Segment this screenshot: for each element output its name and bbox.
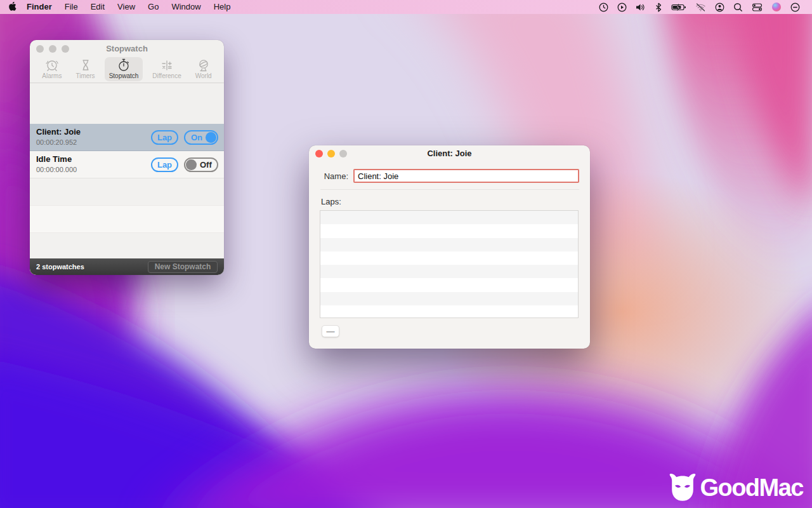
globe-icon <box>197 58 211 72</box>
stopwatch-time: 00:00:00.000 <box>36 165 151 174</box>
desktop: Finder File Edit View Go Window Help <box>0 0 812 508</box>
on-off-toggle[interactable]: On <box>184 130 218 145</box>
alarm-clock-icon <box>45 58 59 72</box>
tab-label: Difference <box>152 72 181 79</box>
lap-row-empty <box>320 211 578 224</box>
empty-row <box>30 178 224 206</box>
stopwatch-row-idle-time[interactable]: Idle Time 00:00:00.000 Lap Off <box>30 151 224 178</box>
menu-bar: Finder File Edit View Go Window Help <box>0 0 812 14</box>
name-label: Name: <box>320 171 348 181</box>
tab-label: World <box>195 72 212 79</box>
goodmac-watermark: GoodMac <box>667 472 803 503</box>
lap-row-empty <box>320 305 578 318</box>
stopwatch-row-client-joie[interactable]: Client: Joie 00:00:20.952 Lap On <box>30 124 224 151</box>
tab-world[interactable]: World <box>191 57 216 81</box>
bluetooth-icon[interactable] <box>650 0 667 14</box>
menu-item-window[interactable]: Window <box>165 0 207 14</box>
separator <box>320 189 579 190</box>
detail-titlebar[interactable]: Client: Joie <box>309 145 590 161</box>
menu-item-file[interactable]: File <box>58 0 84 14</box>
hourglass-icon <box>79 58 93 72</box>
close-button[interactable] <box>315 150 323 157</box>
menu-status-area <box>594 0 812 14</box>
laps-label: Laps: <box>321 197 590 206</box>
menu-left: Finder File Edit View Go Window Help <box>0 0 237 14</box>
control-center-icon[interactable] <box>747 0 767 14</box>
toggle-knob <box>186 159 197 170</box>
lap-row-empty <box>320 251 578 265</box>
battery-charging-icon[interactable] <box>667 0 691 14</box>
spotlight-search-icon[interactable] <box>729 0 747 14</box>
goodmac-logo-text: GoodMac <box>700 474 803 502</box>
stopwatch-name: Client: Joie <box>36 127 151 138</box>
play-circle-icon[interactable] <box>613 0 631 14</box>
tab-alarms[interactable]: Alarms <box>37 57 66 81</box>
lap-row-empty <box>320 278 578 291</box>
empty-row <box>30 233 224 260</box>
traffic-lights <box>315 150 347 157</box>
zoom-button[interactable] <box>62 45 69 53</box>
stopwatch-icon <box>117 58 131 72</box>
new-stopwatch-button[interactable]: New Stopwatch <box>148 261 218 273</box>
stopwatch-window: Stopwatch Alarms Timers Stopwatch <box>30 40 224 275</box>
clock-icon[interactable] <box>594 0 613 14</box>
menu-item-finder[interactable]: Finder <box>20 0 58 14</box>
stopwatch-count: 2 stopwatches <box>36 263 84 271</box>
volume-icon[interactable] <box>631 0 650 14</box>
goodmac-logo-icon <box>667 472 698 503</box>
menu-item-help[interactable]: Help <box>207 0 237 14</box>
minimize-button[interactable] <box>49 45 56 53</box>
on-off-toggle[interactable]: Off <box>184 157 218 172</box>
lap-row-empty <box>320 292 578 305</box>
user-circle-icon[interactable] <box>710 0 729 14</box>
stopwatch-titlebar[interactable]: Stopwatch <box>30 40 224 57</box>
toggle-label: On <box>191 133 202 142</box>
traffic-lights <box>36 45 69 53</box>
stopwatch-toolbar: Alarms Timers Stopwatch Difference <box>30 57 224 83</box>
row-text: Client: Joie 00:00:20.952 <box>36 127 151 147</box>
apple-menu-icon[interactable] <box>9 2 18 12</box>
name-input[interactable] <box>353 169 579 183</box>
tab-label: Timers <box>75 72 95 79</box>
tab-difference[interactable]: Difference <box>148 57 185 81</box>
tab-label: Stopwatch <box>109 72 139 79</box>
menu-item-edit[interactable]: Edit <box>84 0 111 14</box>
minimize-button[interactable] <box>327 150 335 157</box>
row-text: Idle Time 00:00:00.000 <box>36 154 151 174</box>
stopwatch-footer: 2 stopwatches New Stopwatch <box>30 258 224 275</box>
tab-stopwatch[interactable]: Stopwatch <box>105 57 143 81</box>
close-button[interactable] <box>36 45 44 53</box>
laps-table[interactable] <box>320 210 579 318</box>
window-title: Client: Joie <box>427 149 471 158</box>
detail-window: Client: Joie Name: Laps: — <box>309 145 590 349</box>
tab-timers[interactable]: Timers <box>71 57 99 81</box>
name-row: Name: <box>320 169 579 183</box>
remove-lap-button[interactable]: — <box>322 325 339 337</box>
wifi-off-icon[interactable] <box>691 0 710 14</box>
stopwatch-list: Client: Joie 00:00:20.952 Lap On Idle Ti… <box>30 124 224 258</box>
lap-row-empty <box>320 238 578 251</box>
zoom-button[interactable] <box>339 150 347 157</box>
menu-item-view[interactable]: View <box>111 0 141 14</box>
stopwatch-time: 00:00:20.952 <box>36 138 151 147</box>
difference-icon <box>160 58 174 72</box>
tab-label: Alarms <box>42 72 62 79</box>
menu-item-go[interactable]: Go <box>141 0 165 14</box>
stopwatch-name: Idle Time <box>36 154 151 165</box>
lap-button[interactable]: Lap <box>151 157 178 172</box>
toggle-knob <box>206 132 216 143</box>
siri-icon[interactable] <box>767 0 786 14</box>
lap-row-empty <box>320 265 578 278</box>
circle-minus-icon[interactable] <box>786 0 804 14</box>
toggle-label: Off <box>200 160 212 170</box>
lap-button[interactable]: Lap <box>151 130 178 145</box>
empty-row <box>30 206 224 233</box>
window-title: Stopwatch <box>106 44 148 53</box>
lap-row-empty <box>320 224 578 237</box>
